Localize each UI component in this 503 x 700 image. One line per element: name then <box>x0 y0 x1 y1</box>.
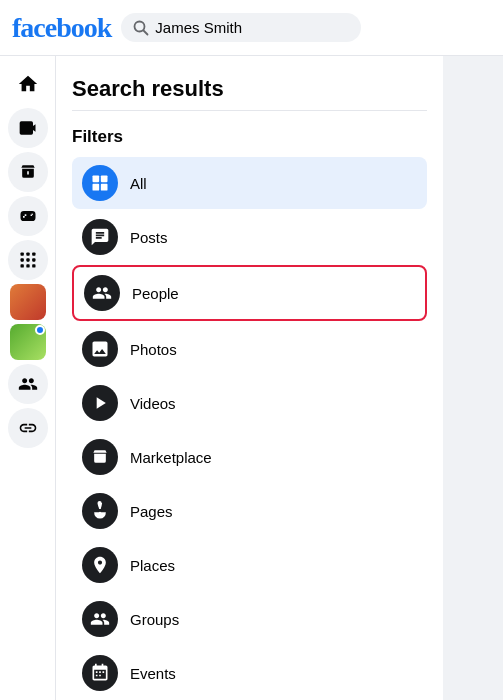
filter-all-icon <box>82 165 118 201</box>
filters-label: Filters <box>72 127 427 147</box>
content-area: Search results Filters All Posts <box>56 56 443 700</box>
filter-pages[interactable]: Pages <box>72 485 427 537</box>
search-bar[interactable] <box>121 13 361 42</box>
sidebar-icon-friends[interactable] <box>8 364 48 404</box>
sidebar-icon-link[interactable] <box>8 408 48 448</box>
svg-rect-9 <box>26 264 29 267</box>
svg-rect-14 <box>101 184 108 191</box>
topbar: facebook <box>0 0 503 56</box>
sidebar-icon-marketplace[interactable] <box>8 152 48 192</box>
svg-rect-11 <box>93 176 100 183</box>
right-area <box>443 56 503 700</box>
filter-places-label: Places <box>130 557 175 574</box>
search-icon <box>133 20 149 36</box>
filter-pages-icon <box>82 493 118 529</box>
filter-photos-label: Photos <box>130 341 177 358</box>
facebook-logo[interactable]: facebook <box>12 12 111 44</box>
svg-rect-6 <box>26 258 29 261</box>
filter-marketplace[interactable]: Marketplace <box>72 431 427 483</box>
divider <box>72 110 427 111</box>
filter-people-label: People <box>132 285 179 302</box>
filter-groups-label: Groups <box>130 611 179 628</box>
svg-rect-8 <box>20 264 23 267</box>
filter-groups[interactable]: Groups <box>72 593 427 645</box>
filter-events-label: Events <box>130 665 176 682</box>
filter-marketplace-icon <box>82 439 118 475</box>
notification-dot <box>35 325 45 335</box>
svg-rect-10 <box>32 264 35 267</box>
filter-videos-icon <box>82 385 118 421</box>
filter-all-label: All <box>130 175 147 192</box>
svg-rect-12 <box>101 176 108 183</box>
filter-people[interactable]: People <box>72 265 427 321</box>
filter-places[interactable]: Places <box>72 539 427 591</box>
svg-line-1 <box>144 30 148 34</box>
search-input[interactable] <box>155 19 349 36</box>
sidebar-avatar-2-wrapper <box>10 324 46 360</box>
filter-pages-label: Pages <box>130 503 173 520</box>
filter-events-icon <box>82 655 118 691</box>
svg-rect-3 <box>26 253 29 256</box>
filter-posts-icon <box>82 219 118 255</box>
page-title: Search results <box>72 76 427 102</box>
sidebar-icon-home[interactable] <box>8 64 48 104</box>
svg-rect-5 <box>20 258 23 261</box>
filter-videos-label: Videos <box>130 395 176 412</box>
svg-rect-2 <box>20 253 23 256</box>
main-layout: Search results Filters All Posts <box>0 56 503 700</box>
sidebar-icon-gaming[interactable] <box>8 196 48 236</box>
filter-marketplace-label: Marketplace <box>130 449 212 466</box>
filter-people-icon <box>84 275 120 311</box>
filter-posts-label: Posts <box>130 229 168 246</box>
filter-groups-icon <box>82 601 118 637</box>
filter-photos-icon <box>82 331 118 367</box>
svg-rect-13 <box>93 184 100 191</box>
filter-all[interactable]: All <box>72 157 427 209</box>
svg-rect-7 <box>32 258 35 261</box>
svg-rect-4 <box>32 253 35 256</box>
filter-posts[interactable]: Posts <box>72 211 427 263</box>
filter-videos[interactable]: Videos <box>72 377 427 429</box>
sidebar-icon-video[interactable] <box>8 108 48 148</box>
filter-events[interactable]: Events <box>72 647 427 699</box>
left-sidebar <box>0 56 56 700</box>
filter-places-icon <box>82 547 118 583</box>
sidebar-avatar-1[interactable] <box>10 284 46 320</box>
filter-photos[interactable]: Photos <box>72 323 427 375</box>
sidebar-icon-apps[interactable] <box>8 240 48 280</box>
